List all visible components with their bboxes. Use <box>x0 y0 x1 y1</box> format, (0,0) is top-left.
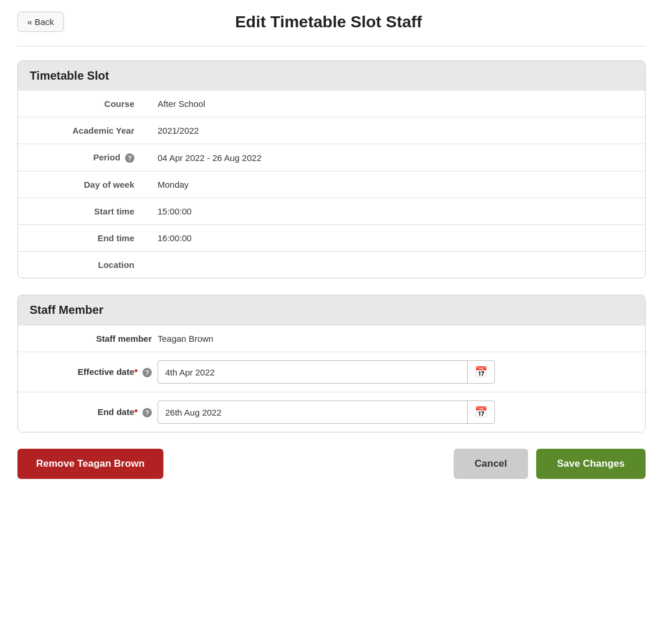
timetable-slot-header: Timetable Slot <box>18 61 645 91</box>
end-date-calendar-icon[interactable]: 📅 <box>467 401 494 423</box>
timetable-slot-card: Timetable Slot Course After School Acade… <box>17 60 646 278</box>
start-time-label: Start time <box>18 198 146 225</box>
academic-year-label: Academic Year <box>18 117 146 144</box>
cancel-button[interactable]: Cancel <box>454 449 528 479</box>
staff-member-header: Staff Member <box>18 295 645 325</box>
end-date-label: End date* ? <box>30 407 158 417</box>
effective-date-required: * <box>134 367 138 377</box>
save-button[interactable]: Save Changes <box>536 449 646 479</box>
period-help-icon[interactable]: ? <box>125 153 134 163</box>
remove-button[interactable]: Remove Teagan Brown <box>17 449 163 479</box>
page-header: « Back Edit Timetable Slot Staff <box>17 12 646 32</box>
period-value: 04 Apr 2022 - 26 Aug 2022 <box>146 144 645 171</box>
effective-date-label: Effective date* ? <box>30 367 158 377</box>
staff-member-name-value: Teagan Brown <box>158 334 213 344</box>
table-row: Academic Year 2021/2022 <box>18 117 645 144</box>
table-row: Day of week Monday <box>18 171 645 198</box>
table-row: Period ? 04 Apr 2022 - 26 Aug 2022 <box>18 144 645 171</box>
footer-actions: Remove Teagan Brown Cancel Save Changes <box>17 449 646 479</box>
day-of-week-label: Day of week <box>18 171 146 198</box>
effective-date-input-wrapper: 📅 <box>158 360 495 384</box>
save-cancel-group: Cancel Save Changes <box>454 449 646 479</box>
course-label: Course <box>18 91 146 117</box>
start-time-value: 15:00:00 <box>146 198 645 225</box>
staff-member-name-label: Staff member <box>30 334 158 344</box>
end-time-value: 16:00:00 <box>146 225 645 252</box>
table-row: Start time 15:00:00 <box>18 198 645 225</box>
staff-member-card: Staff Member Staff member Teagan Brown E… <box>17 295 646 432</box>
location-label: Location <box>18 252 146 278</box>
effective-date-input[interactable] <box>158 362 467 383</box>
header-divider <box>17 46 646 46</box>
location-value <box>146 252 645 278</box>
effective-date-help-icon[interactable]: ? <box>142 368 152 377</box>
effective-date-row: Effective date* ? 📅 <box>18 352 645 392</box>
effective-date-calendar-icon[interactable]: 📅 <box>467 361 494 383</box>
table-row: Course After School <box>18 91 645 117</box>
page-title: Edit Timetable Slot Staff <box>64 13 593 31</box>
back-button[interactable]: « Back <box>17 12 64 32</box>
table-row: Location <box>18 252 645 278</box>
day-of-week-value: Monday <box>146 171 645 198</box>
staff-member-name-row: Staff member Teagan Brown <box>18 325 645 352</box>
period-label: Period ? <box>18 144 146 171</box>
end-date-row: End date* ? 📅 <box>18 392 645 432</box>
end-date-input-wrapper: 📅 <box>158 400 495 424</box>
end-date-input[interactable] <box>158 402 467 423</box>
course-value: After School <box>146 91 645 117</box>
timetable-slot-table: Course After School Academic Year 2021/2… <box>18 91 645 278</box>
academic-year-value: 2021/2022 <box>146 117 645 144</box>
end-date-required: * <box>134 407 138 417</box>
table-row: End time 16:00:00 <box>18 225 645 252</box>
end-date-help-icon[interactable]: ? <box>142 408 152 417</box>
end-time-label: End time <box>18 225 146 252</box>
